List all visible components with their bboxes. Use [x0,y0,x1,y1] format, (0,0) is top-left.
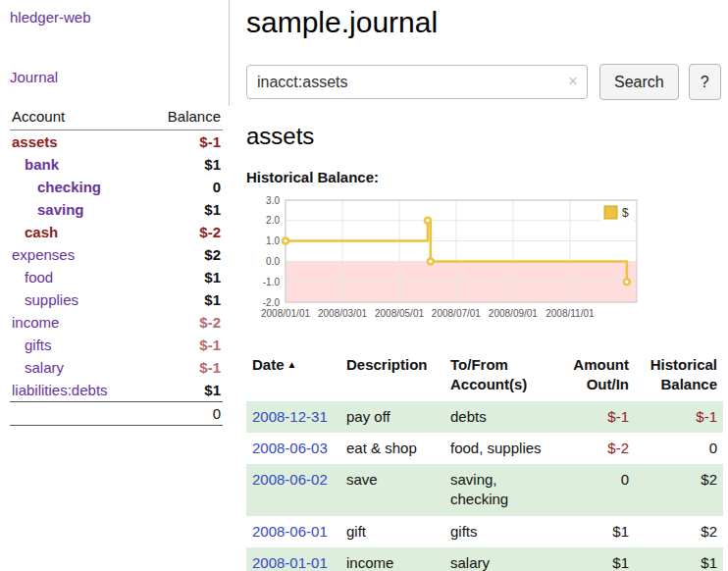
sidebar-divider [229,0,230,106]
clear-search-icon[interactable]: × [568,72,578,91]
svg-text:2.0: 2.0 [266,215,280,226]
sidebar-item-journal[interactable]: Journal [10,69,58,85]
page-title: sample.journal [246,6,723,39]
account-link[interactable]: checking [37,179,101,195]
account-balance: $1 [144,198,223,221]
transaction-date-link[interactable]: 2008-06-02 [252,471,328,488]
account-balance: $1 [144,153,223,176]
register-description: income [340,547,444,571]
accounts-header-row: Account Balance [10,106,223,130]
account-name-cell: supplies [10,288,144,311]
account-row: expenses$2 [10,243,223,266]
transaction-date-link[interactable]: 2008-06-01 [252,523,328,540]
register-accounts: food, supplies [444,433,560,464]
sidebar: hledger-web Journal Account Balance asse… [0,0,233,571]
account-link[interactable]: salary [25,359,64,376]
svg-text:$: $ [622,206,629,220]
register-description: eat & shop [340,433,444,464]
account-link[interactable]: cash [25,224,58,240]
account-balance: $-2 [144,311,223,334]
account-name-cell: checking [10,176,144,198]
register-description: pay off [340,401,444,433]
register-date-cell: 2008-01-01 [246,547,340,571]
account-link[interactable]: bank [25,156,59,173]
register-header-accounts: To/From Account(s) [444,351,560,401]
svg-text:3.0: 3.0 [266,195,280,206]
accounts-header-balance: Balance [144,106,223,130]
transaction-date-link[interactable]: 2008-06-03 [252,440,328,456]
svg-text:2008/09/01: 2008/09/01 [489,308,538,319]
account-row: cash$-2 [10,221,223,243]
register-amount: 0 [560,464,635,516]
register-date-cell: 2008-06-02 [246,464,340,516]
register-date-cell: 2008-06-03 [246,433,340,464]
register-balance: $2 [635,464,723,516]
account-row: saving$1 [10,198,223,221]
accounts-total-row: 0 [10,402,223,426]
help-button[interactable]: ? [689,64,721,100]
account-row: checking0 [10,176,223,198]
register-description: gift [340,516,444,547]
register-description: save [340,464,444,516]
register-row: 2008-06-02savesaving, checking0$2 [246,464,723,516]
register-rows: 2008-12-31pay offdebts$-1$-12008-06-03ea… [246,401,723,571]
account-link[interactable]: assets [12,133,58,150]
register-header-date-label: Date [252,356,285,373]
register-balance: $-1 [635,401,723,433]
account-name-cell: saving [10,198,144,221]
accounts-table: Account Balance assets$-1bank$1checking0… [10,106,223,426]
account-name-cell: salary [10,356,144,379]
account-row: income$-2 [10,311,223,334]
account-balance: $-1 [144,130,223,154]
account-name-cell: gifts [10,334,144,356]
account-link[interactable]: food [25,269,53,286]
account-rows: assets$-1bank$1checking0saving$1cash$-2e… [10,130,223,402]
account-link[interactable]: gifts [25,337,52,353]
svg-text:2008/01/01: 2008/01/01 [261,308,310,319]
page: hledger-web Journal Account Balance asse… [0,0,728,571]
account-link[interactable]: supplies [25,291,78,308]
search-input[interactable] [246,65,588,99]
register-row: 2008-06-03eat & shopfood, supplies$-20 [246,433,723,464]
svg-text:0.0: 0.0 [266,256,280,267]
account-row: gifts$-1 [10,334,223,356]
historical-balance-chart: 3.02.01.00.0-1.0-2.02008/01/012008/03/01… [248,192,723,338]
account-name-cell: bank [10,153,144,176]
search-box: × [246,65,588,99]
accounts-header-account: Account [10,106,144,130]
sort-asc-icon: ▲ [287,359,297,370]
account-row: liabilities:debts$1 [10,379,223,402]
register-accounts: debts [444,401,560,433]
accounts-total-spacer [10,402,144,426]
accounts-total-value: 0 [144,402,223,426]
register-amount: $-1 [560,401,635,433]
app-title-link[interactable]: hledger-web [10,9,91,26]
register-row: 2008-01-01incomesalary$1$1 [246,547,723,571]
account-link[interactable]: saving [37,201,84,218]
svg-text:2008/05/01: 2008/05/01 [375,308,424,319]
register-row: 2008-06-01giftgifts$1$2 [246,516,723,547]
search-form: × Search ? [246,64,723,100]
register-balance: $1 [635,547,723,571]
account-balance: $1 [144,288,223,311]
search-button[interactable]: Search [599,64,679,100]
account-name-cell: assets [10,130,144,154]
register-accounts: gifts [444,516,560,547]
chart-svg: 3.02.01.00.0-1.0-2.02008/01/012008/03/01… [248,192,643,336]
register-accounts: salary [444,547,560,571]
account-link[interactable]: liabilities:debts [12,382,108,398]
account-balance: $-1 [144,334,223,356]
register-amount: $-2 [560,433,635,464]
account-balance: $1 [144,379,223,402]
account-link[interactable]: income [12,314,59,331]
register-header-date[interactable]: Date▲ [246,351,340,401]
transaction-date-link[interactable]: 2008-12-31 [252,408,328,425]
account-row: supplies$1 [10,288,223,311]
account-balance: $-2 [144,221,223,243]
register-balance: $2 [635,516,723,547]
transaction-date-link[interactable]: 2008-01-01 [252,554,328,571]
register-date-cell: 2008-12-31 [246,401,340,433]
register-accounts: saving, checking [444,464,560,516]
register-header-row: Date▲ Description To/From Account(s) Amo… [246,351,723,401]
account-link[interactable]: expenses [12,246,75,263]
